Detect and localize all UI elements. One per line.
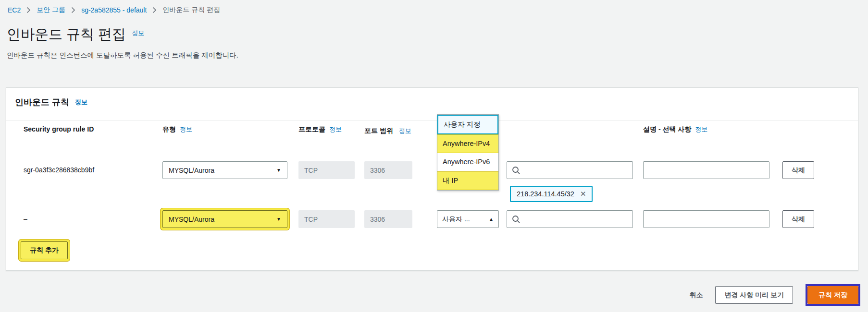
description-input[interactable] bbox=[643, 161, 769, 179]
port-range-field: 3306 bbox=[364, 210, 412, 228]
dropdown-option-my-ip[interactable]: 내 IP bbox=[437, 171, 498, 190]
breadcrumb-link-security-groups[interactable]: 보안 그룹 bbox=[37, 6, 65, 14]
source-search-text[interactable] bbox=[524, 216, 628, 223]
type-info-link[interactable]: 정보 bbox=[180, 126, 192, 133]
panel-info-link[interactable]: 정보 bbox=[75, 98, 87, 107]
chevron-up-icon: ▲ bbox=[489, 216, 494, 222]
chevron-right-icon bbox=[152, 7, 157, 13]
column-header-port-range: 포트 범위 정보 bbox=[364, 125, 414, 136]
search-icon bbox=[512, 215, 521, 224]
breadcrumb-current: 인바운드 규칙 편집 bbox=[162, 6, 220, 14]
preview-changes-button[interactable]: 변경 사항 미리 보기 bbox=[715, 286, 793, 304]
protocol-info-link[interactable]: 정보 bbox=[329, 126, 342, 133]
description-text[interactable] bbox=[644, 162, 769, 179]
port-range-field: 3306 bbox=[364, 161, 412, 179]
footer-actions: 취소 변경 사항 미리 보기 규칙 저장 bbox=[0, 284, 860, 306]
breadcrumb: EC2 보안 그룹 sg-2a582855 - default 인바운드 규칙 … bbox=[8, 6, 220, 14]
source-search-input[interactable] bbox=[507, 210, 633, 228]
delete-rule-button[interactable]: 삭제 bbox=[782, 161, 814, 179]
delete-rule-button[interactable]: 삭제 bbox=[782, 210, 814, 228]
column-header-description: 설명 - 선택 사항정보 bbox=[643, 125, 707, 134]
type-select[interactable]: MYSQL/Aurora ▼ bbox=[162, 210, 287, 228]
type-select-value: MYSQL/Aurora bbox=[169, 167, 214, 174]
protocol-field: TCP bbox=[298, 161, 355, 179]
column-header-description-text: 설명 - 선택 사항 bbox=[643, 125, 691, 133]
add-rule-button[interactable]: 규칙 추가 bbox=[21, 241, 68, 259]
column-header-port-range-text: 포트 범위 bbox=[364, 127, 393, 134]
breadcrumb-link-ec2[interactable]: EC2 bbox=[8, 6, 21, 14]
source-type-dropdown: 사용자 지정 Anywhere-IPv4 Anywhere-IPv6 내 IP bbox=[437, 114, 499, 191]
panel-title: 인바운드 규칙 정보 bbox=[15, 96, 87, 108]
chevron-right-icon bbox=[71, 7, 75, 13]
column-header-rule-id: Security group rule ID bbox=[24, 125, 94, 133]
port-range-info-link[interactable]: 정보 bbox=[399, 127, 411, 134]
rule-id-value: sgr-0a3f3c286838cb9bf bbox=[24, 166, 94, 174]
column-header-type-text: 유형 bbox=[162, 125, 176, 133]
column-header-type: 유형정보 bbox=[162, 125, 192, 134]
inbound-rules-panel: 인바운드 규칙 정보 Security group rule ID 유형정보 프… bbox=[6, 87, 858, 271]
remove-chip-icon[interactable]: ✕ bbox=[580, 190, 586, 198]
page-title-text: 인바운드 규칙 편집 bbox=[7, 25, 126, 44]
protocol-field: TCP bbox=[298, 210, 355, 228]
page-description: 인바운드 규칙은 인스턴스에 도달하도록 허용된 수신 트래픽을 제어합니다. bbox=[7, 51, 238, 60]
column-header-protocol-text: 프로토콜 bbox=[298, 125, 325, 133]
panel-title-text: 인바운드 규칙 bbox=[15, 96, 69, 108]
source-search-text[interactable] bbox=[524, 167, 628, 174]
rule-id-value: – bbox=[24, 215, 27, 223]
source-ip-value: 218.234.114.45/32 bbox=[517, 190, 574, 198]
breadcrumb-link-sg-id[interactable]: sg-2a582855 - default bbox=[81, 6, 147, 14]
chevron-right-icon bbox=[26, 7, 31, 13]
page-info-link[interactable]: 정보 bbox=[132, 29, 144, 37]
save-button-annotation: 규칙 저장 bbox=[806, 284, 860, 306]
search-icon bbox=[512, 166, 521, 175]
source-ip-chip: 218.234.114.45/32 ✕ bbox=[510, 186, 593, 202]
dropdown-option-custom[interactable]: 사용자 지정 bbox=[437, 115, 498, 134]
page-title: 인바운드 규칙 편집 정보 bbox=[7, 25, 144, 44]
source-type-select-value: 사용자 ... bbox=[442, 215, 470, 224]
cancel-button[interactable]: 취소 bbox=[689, 291, 703, 300]
type-select-value: MYSQL/Aurora bbox=[169, 216, 214, 223]
chevron-down-icon: ▼ bbox=[276, 168, 281, 173]
type-select[interactable]: MYSQL/Aurora ▼ bbox=[162, 161, 287, 179]
dropdown-option-anywhere-ipv4[interactable]: Anywhere-IPv4 bbox=[437, 134, 498, 153]
panel-divider bbox=[6, 120, 858, 121]
description-info-link[interactable]: 정보 bbox=[695, 126, 707, 133]
chevron-down-icon: ▼ bbox=[276, 216, 281, 222]
description-input[interactable] bbox=[643, 210, 769, 228]
save-rules-button[interactable]: 규칙 저장 bbox=[807, 286, 858, 304]
column-header-protocol: 프로토콜정보 bbox=[298, 125, 342, 134]
description-text[interactable] bbox=[644, 211, 769, 228]
source-type-select[interactable]: 사용자 ... ▲ bbox=[437, 210, 499, 228]
source-search-input[interactable] bbox=[507, 161, 633, 179]
dropdown-option-anywhere-ipv6[interactable]: Anywhere-IPv6 bbox=[437, 153, 498, 171]
